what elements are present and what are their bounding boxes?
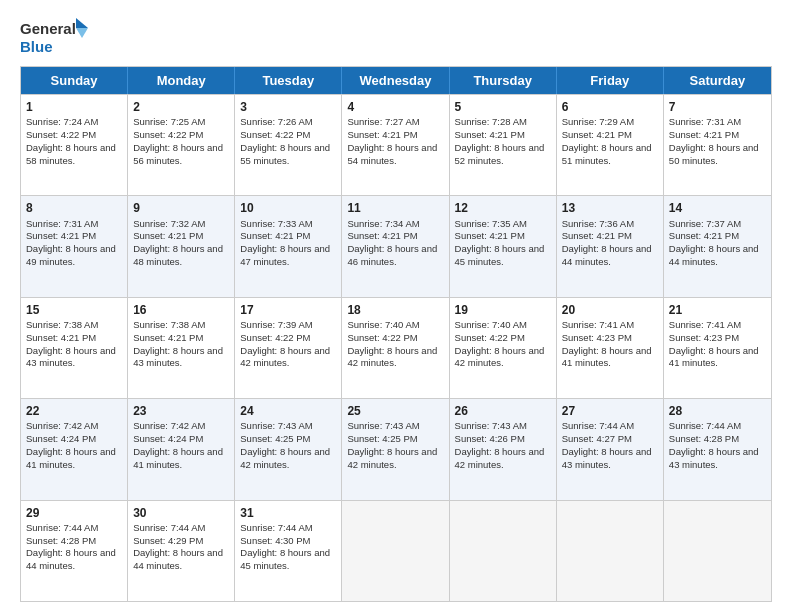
day-number: 5 [455,99,551,115]
table-row: 29Sunrise: 7:44 AMSunset: 4:28 PMDayligh… [21,501,128,601]
daylight: Daylight: 8 hours and 43 minutes. [669,446,759,470]
sunrise: Sunrise: 7:31 AM [26,218,98,229]
daylight: Daylight: 8 hours and 43 minutes. [133,345,223,369]
sunrise: Sunrise: 7:44 AM [133,522,205,533]
table-row: 26Sunrise: 7:43 AMSunset: 4:26 PMDayligh… [450,399,557,499]
sunrise: Sunrise: 7:40 AM [455,319,527,330]
sunset: Sunset: 4:29 PM [133,535,203,546]
sunrise: Sunrise: 7:29 AM [562,116,634,127]
day-number: 16 [133,302,229,318]
daylight: Daylight: 8 hours and 47 minutes. [240,243,330,267]
table-row: 16Sunrise: 7:38 AMSunset: 4:21 PMDayligh… [128,298,235,398]
day-number: 23 [133,403,229,419]
logo-svg: General Blue [20,16,90,60]
day-header-wednesday: Wednesday [342,67,449,94]
svg-marker-3 [76,28,88,38]
daylight: Daylight: 8 hours and 44 minutes. [26,547,116,571]
table-row [557,501,664,601]
sunset: Sunset: 4:22 PM [240,129,310,140]
day-number: 28 [669,403,766,419]
day-number: 26 [455,403,551,419]
day-header-monday: Monday [128,67,235,94]
sunrise: Sunrise: 7:44 AM [26,522,98,533]
logo: General Blue [20,16,90,60]
table-row: 12Sunrise: 7:35 AMSunset: 4:21 PMDayligh… [450,196,557,296]
table-row: 18Sunrise: 7:40 AMSunset: 4:22 PMDayligh… [342,298,449,398]
sunset: Sunset: 4:23 PM [669,332,739,343]
sunset: Sunset: 4:21 PM [562,129,632,140]
sunrise: Sunrise: 7:43 AM [455,420,527,431]
daylight: Daylight: 8 hours and 44 minutes. [669,243,759,267]
day-number: 20 [562,302,658,318]
daylight: Daylight: 8 hours and 52 minutes. [455,142,545,166]
table-row: 11Sunrise: 7:34 AMSunset: 4:21 PMDayligh… [342,196,449,296]
day-number: 31 [240,505,336,521]
table-row: 14Sunrise: 7:37 AMSunset: 4:21 PMDayligh… [664,196,771,296]
sunset: Sunset: 4:22 PM [240,332,310,343]
sunrise: Sunrise: 7:27 AM [347,116,419,127]
day-number: 25 [347,403,443,419]
sunset: Sunset: 4:21 PM [455,230,525,241]
daylight: Daylight: 8 hours and 56 minutes. [133,142,223,166]
sunrise: Sunrise: 7:42 AM [133,420,205,431]
sunset: Sunset: 4:21 PM [669,129,739,140]
sunrise: Sunrise: 7:41 AM [562,319,634,330]
day-number: 17 [240,302,336,318]
sunset: Sunset: 4:21 PM [26,332,96,343]
daylight: Daylight: 8 hours and 49 minutes. [26,243,116,267]
table-row: 27Sunrise: 7:44 AMSunset: 4:27 PMDayligh… [557,399,664,499]
daylight: Daylight: 8 hours and 54 minutes. [347,142,437,166]
daylight: Daylight: 8 hours and 50 minutes. [669,142,759,166]
sunrise: Sunrise: 7:35 AM [455,218,527,229]
table-row: 2Sunrise: 7:25 AMSunset: 4:22 PMDaylight… [128,95,235,195]
calendar-body: 1Sunrise: 7:24 AMSunset: 4:22 PMDaylight… [21,94,771,601]
day-header-saturday: Saturday [664,67,771,94]
svg-text:Blue: Blue [20,38,53,55]
daylight: Daylight: 8 hours and 42 minutes. [455,345,545,369]
day-number: 12 [455,200,551,216]
sunrise: Sunrise: 7:41 AM [669,319,741,330]
sunset: Sunset: 4:27 PM [562,433,632,444]
sunset: Sunset: 4:25 PM [347,433,417,444]
day-number: 6 [562,99,658,115]
calendar: SundayMondayTuesdayWednesdayThursdayFrid… [20,66,772,602]
sunrise: Sunrise: 7:31 AM [669,116,741,127]
sunset: Sunset: 4:28 PM [26,535,96,546]
day-number: 18 [347,302,443,318]
table-row: 5Sunrise: 7:28 AMSunset: 4:21 PMDaylight… [450,95,557,195]
sunrise: Sunrise: 7:34 AM [347,218,419,229]
table-row: 3Sunrise: 7:26 AMSunset: 4:22 PMDaylight… [235,95,342,195]
calendar-week-5: 29Sunrise: 7:44 AMSunset: 4:28 PMDayligh… [21,500,771,601]
daylight: Daylight: 8 hours and 46 minutes. [347,243,437,267]
daylight: Daylight: 8 hours and 45 minutes. [455,243,545,267]
svg-marker-2 [76,18,88,28]
sunset: Sunset: 4:24 PM [26,433,96,444]
sunrise: Sunrise: 7:44 AM [240,522,312,533]
sunset: Sunset: 4:25 PM [240,433,310,444]
day-number: 1 [26,99,122,115]
sunrise: Sunrise: 7:38 AM [26,319,98,330]
day-number: 15 [26,302,122,318]
calendar-week-2: 8Sunrise: 7:31 AMSunset: 4:21 PMDaylight… [21,195,771,296]
day-number: 2 [133,99,229,115]
day-number: 11 [347,200,443,216]
day-number: 8 [26,200,122,216]
header: General Blue [20,16,772,60]
daylight: Daylight: 8 hours and 41 minutes. [669,345,759,369]
day-number: 22 [26,403,122,419]
sunrise: Sunrise: 7:36 AM [562,218,634,229]
table-row: 30Sunrise: 7:44 AMSunset: 4:29 PMDayligh… [128,501,235,601]
sunset: Sunset: 4:28 PM [669,433,739,444]
table-row: 23Sunrise: 7:42 AMSunset: 4:24 PMDayligh… [128,399,235,499]
table-row: 25Sunrise: 7:43 AMSunset: 4:25 PMDayligh… [342,399,449,499]
day-number: 29 [26,505,122,521]
table-row [664,501,771,601]
sunset: Sunset: 4:22 PM [133,129,203,140]
table-row: 9Sunrise: 7:32 AMSunset: 4:21 PMDaylight… [128,196,235,296]
daylight: Daylight: 8 hours and 44 minutes. [133,547,223,571]
daylight: Daylight: 8 hours and 51 minutes. [562,142,652,166]
calendar-week-4: 22Sunrise: 7:42 AMSunset: 4:24 PMDayligh… [21,398,771,499]
sunset: Sunset: 4:22 PM [347,332,417,343]
sunrise: Sunrise: 7:32 AM [133,218,205,229]
sunrise: Sunrise: 7:44 AM [562,420,634,431]
